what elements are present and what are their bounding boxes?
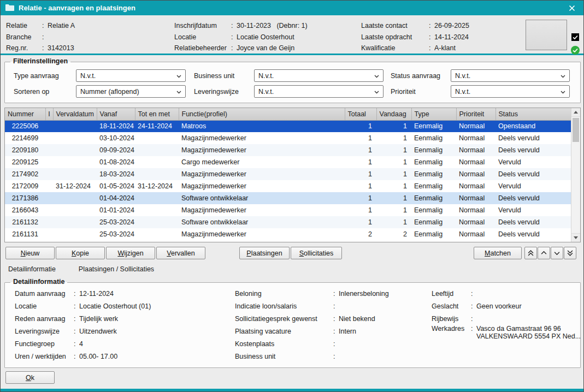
column-header-functie-profiel[interactable]: Functie(profiel): [179, 108, 345, 120]
table-row[interactable]: 220918009-09-2024Magazijnmedewerker11Een…: [5, 144, 572, 156]
field-label: Laatste contact: [361, 22, 429, 29]
type-aanvraag-select[interactable]: N.v.t.: [76, 69, 186, 82]
field-value: Vasco da Gamastraat 96 96: [476, 325, 581, 332]
plaatsingen-button[interactable]: Plaatsingen: [239, 247, 290, 259]
table-cell: Magazijnmedewerker: [179, 132, 345, 144]
table-cell: 1: [376, 180, 411, 192]
field-werkadres: WerkadresVasco da Gamastraat 96 96VALKEN…: [432, 325, 576, 340]
column-header-tot-en-met[interactable]: Tot en met: [135, 108, 179, 120]
vertical-scrollbar[interactable]: [571, 108, 580, 242]
field-laatste-contact: Laatste contact26-09-2025: [361, 20, 522, 32]
chevron-down-icon[interactable]: [551, 247, 563, 259]
table-row[interactable]: 216604301-01-2024Magazijnmedewerker11Een…: [5, 204, 572, 216]
field-functiegroep: Functiegroep4: [15, 337, 231, 350]
table-cell: [135, 216, 179, 228]
table-cell: 31-12-2024: [53, 180, 97, 192]
field-value: 12-11-2024: [79, 290, 231, 298]
double-chevron-down-icon[interactable]: [564, 247, 576, 259]
field-label: Rijbewijs: [432, 315, 471, 323]
detail-tabs: Detailinformatie Plaatsingen / Sollicita…: [8, 265, 154, 273]
table-cell: [53, 144, 97, 156]
leveringswijze-select[interactable]: N.v.t.: [254, 85, 384, 98]
scroll-down-button[interactable]: [571, 233, 580, 242]
column-header-i[interactable]: I: [45, 108, 53, 120]
table-cell: Deels vervuld: [495, 216, 572, 228]
select-value: N.v.t.: [258, 88, 274, 96]
column-header-type[interactable]: Type: [411, 108, 456, 120]
field-leeftijd: Leeftijd: [432, 287, 576, 300]
column-header-vandaag[interactable]: Vandaag: [376, 108, 411, 120]
kopie-button[interactable]: Kopie: [56, 247, 105, 259]
column-header-vanaf[interactable]: Vanaf: [97, 108, 135, 120]
tab-detailinformatie[interactable]: Detailinformatie: [8, 265, 56, 273]
table-cell: 01-05-2024: [97, 180, 135, 192]
table-cell: Normaal: [456, 192, 495, 204]
column-header-nummer[interactable]: Nummer: [5, 108, 45, 120]
table-row[interactable]: 220912501-08-2024Cargo medewerker11Eenma…: [5, 156, 572, 168]
filter-status-aanvraag: Status aanvraag N.v.t.: [391, 69, 570, 82]
chevron-up-icon[interactable]: [538, 247, 550, 259]
table-cell: [53, 168, 97, 180]
column-header-status[interactable]: Status: [495, 108, 572, 120]
table-cell: Magazijnmedewerker: [179, 144, 345, 156]
field-value: 26-09-2025: [434, 22, 522, 29]
nieuw-button[interactable]: Nieuw: [5, 247, 55, 259]
column-header-vervaldatum[interactable]: Vervaldatum: [53, 108, 97, 120]
column-header-prioriteit[interactable]: Prioriteit: [456, 108, 495, 120]
table-cell: [45, 204, 53, 216]
table-row[interactable]: 221469903-10-2024Magazijnmedewerker11Een…: [5, 132, 572, 144]
table-cell: Normaal: [456, 168, 495, 180]
tab-plaatsingen-sollicitaties[interactable]: Plaatsingen / Sollicitaties: [79, 265, 154, 273]
field-colon: [74, 353, 79, 360]
scroll-up-button[interactable]: [571, 108, 580, 117]
table-cell: Eenmalig: [411, 228, 456, 240]
close-icon[interactable]: [565, 2, 579, 14]
status-aanvraag-select[interactable]: N.v.t.: [451, 69, 570, 82]
ok-button[interactable]: Ok: [5, 371, 55, 384]
field-leveringswijze: LeveringswijzeUitzendwerk: [15, 325, 231, 337]
chevron-down-icon: [374, 88, 379, 96]
table-cell: 2209125: [5, 156, 45, 168]
field-label: Beloning: [235, 290, 333, 298]
filter-prioriteit: Prioriteit N.v.t.: [391, 85, 570, 98]
table-row[interactable]: 222500618-11-202424-11-2024Matroos11Eenm…: [5, 120, 572, 132]
prioriteit-select[interactable]: N.v.t.: [451, 85, 570, 98]
table-cell: Software ontwikkelaar: [179, 216, 345, 228]
table-row[interactable]: 217490218-03-2024Magazijnmedewerker11Een…: [5, 168, 572, 180]
table-cell: Magazijnmedewerker: [179, 168, 345, 180]
field-label: Functiegroep: [15, 340, 74, 348]
wijzigen-button[interactable]: Wijzigen: [106, 247, 155, 259]
sollicitaties-button[interactable]: Sollicitaties: [291, 247, 342, 259]
table-cell: [53, 132, 97, 144]
table-cell: Eenmalig: [411, 216, 456, 228]
table-row[interactable]: 217138601-04-2024Software ontwikkelaar11…: [5, 192, 572, 204]
table-cell: 18-03-2024: [97, 168, 135, 180]
table-row[interactable]: 216113125-03-2024Magazijnmedewerker22Een…: [5, 228, 572, 240]
table-cell: Eenmalig: [411, 120, 456, 132]
field-value: 30-11-2023 (Debnr: 1): [237, 22, 357, 29]
active-checkbox[interactable]: [571, 33, 579, 41]
field-value: Tijdelijk werk: [79, 315, 231, 323]
table-cell: [45, 120, 53, 132]
table-cell: [45, 156, 53, 168]
field-sollicitatiegesprek-gewenst: Sollicitatiegesprek gewenstNiet bekend: [235, 312, 427, 325]
table-cell: Vervuld: [495, 180, 572, 192]
column-header-totaal[interactable]: Totaal: [345, 108, 376, 120]
table-cell: Deels vervuld: [495, 192, 572, 204]
vervallen-button[interactable]: Vervallen: [156, 247, 205, 259]
table-cell: Normaal: [456, 144, 495, 156]
field-value: Geen voorkeur: [476, 302, 576, 310]
table-cell: Deels vervuld: [495, 168, 572, 180]
scrollbar-thumb[interactable]: [573, 118, 579, 142]
table-cell: [135, 168, 179, 180]
business-unit-select[interactable]: N.v.t.: [254, 69, 384, 82]
double-chevron-up-icon[interactable]: [524, 247, 537, 259]
field-colon: [42, 44, 48, 52]
field-colon: [74, 328, 79, 335]
table-row[interactable]: 216113225-03-2024Software ontwikkelaar11…: [5, 216, 572, 228]
table-row[interactable]: 217200931-12-202401-05-202431-12-2024Mag…: [5, 180, 572, 192]
sorteren-op-select[interactable]: Nummer (aflopend): [76, 85, 186, 98]
field-label: Werkadres: [432, 325, 471, 332]
matchen-button[interactable]: Matchen: [474, 247, 522, 259]
table-cell: Normaal: [456, 120, 495, 132]
